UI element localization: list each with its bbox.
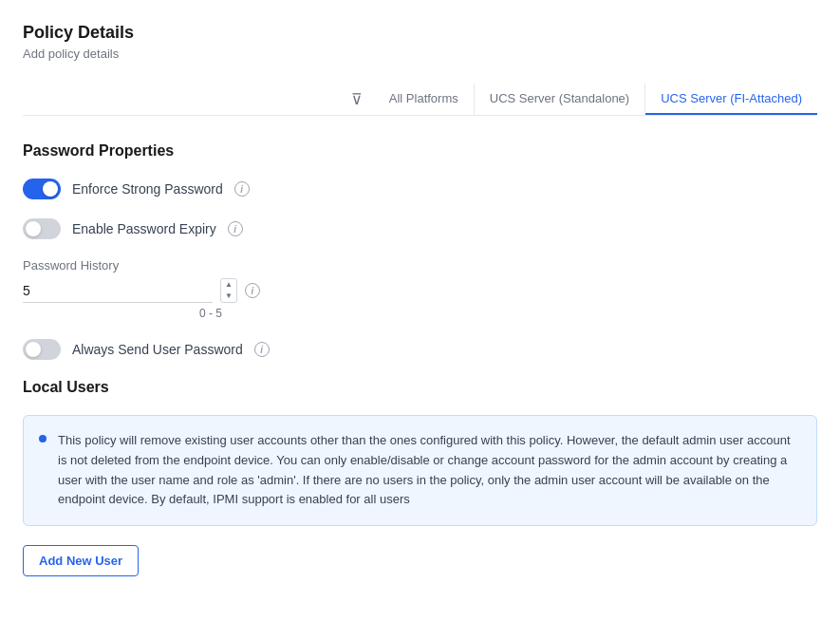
platform-tab-standalone[interactable]: UCS Server (Standalone) xyxy=(475,84,645,115)
enable-password-expiry-slider xyxy=(23,218,61,239)
platform-tab-all[interactable]: All Platforms xyxy=(374,84,475,115)
local-users-section: Local Users This policy will remove exis… xyxy=(23,379,817,576)
local-users-info-box: This policy will remove existing user ac… xyxy=(23,415,817,526)
password-history-range: 0 - 5 xyxy=(23,307,222,320)
password-history-input[interactable] xyxy=(23,279,213,303)
page-title: Policy Details xyxy=(23,23,817,43)
password-history-spinner[interactable]: ▲ ▼ xyxy=(220,278,237,303)
password-history-input-row: ▲ ▼ i xyxy=(23,278,817,303)
always-send-password-toggle[interactable] xyxy=(23,339,61,360)
info-dot xyxy=(39,435,47,442)
password-history-info-icon[interactable]: i xyxy=(245,283,260,298)
add-new-user-button[interactable]: Add New User xyxy=(23,545,139,576)
enable-password-expiry-info-icon[interactable]: i xyxy=(228,221,243,236)
enforce-strong-password-label: Enforce Strong Password xyxy=(72,181,223,197)
platform-tab-fi-attached[interactable]: UCS Server (FI-Attached) xyxy=(645,84,817,115)
always-send-password-info-icon[interactable]: i xyxy=(254,342,270,357)
password-properties-title: Password Properties xyxy=(23,142,817,160)
password-history-field: Password History ▲ ▼ i 0 - 5 xyxy=(23,258,817,320)
password-history-label: Password History xyxy=(23,258,817,273)
filter-icon: ⊽ xyxy=(351,90,363,108)
always-send-password-label: Always Send User Password xyxy=(72,342,243,357)
enforce-strong-password-row: Enforce Strong Password i xyxy=(23,179,817,199)
enable-password-expiry-label: Enable Password Expiry xyxy=(72,221,216,236)
always-send-password-row: Always Send User Password i xyxy=(23,339,817,360)
enable-password-expiry-row: Enable Password Expiry i xyxy=(23,218,817,239)
enforce-strong-password-slider xyxy=(23,179,61,199)
page-subtitle: Add policy details xyxy=(23,47,817,61)
password-properties-section: Password Properties Enforce Strong Passw… xyxy=(23,142,817,360)
local-users-info-text: This policy will remove existing user ac… xyxy=(58,431,801,510)
platform-bar: ⊽ All Platforms UCS Server (Standalone) … xyxy=(23,84,817,116)
always-send-password-slider xyxy=(23,339,61,360)
spinner-up[interactable]: ▲ xyxy=(221,279,236,291)
enable-password-expiry-toggle[interactable] xyxy=(23,218,61,239)
enforce-strong-password-toggle[interactable] xyxy=(23,179,61,199)
enforce-strong-password-info-icon[interactable]: i xyxy=(234,181,250,197)
spinner-down[interactable]: ▼ xyxy=(221,291,236,302)
local-users-title: Local Users xyxy=(23,379,817,396)
